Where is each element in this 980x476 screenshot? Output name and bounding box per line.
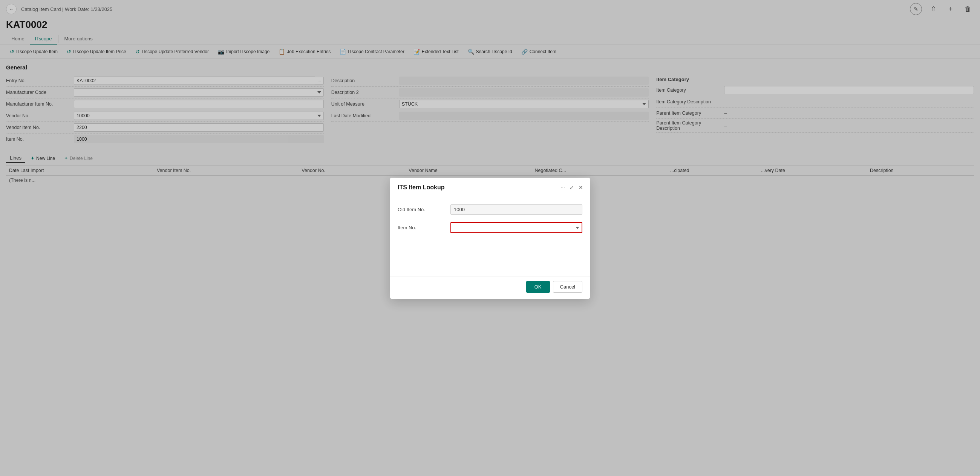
modal-overlay[interactable]: ITS Item Lookup ··· ⤢ ✕ Old Item No. Ite… <box>0 0 980 474</box>
modal-header-icons: ··· ⤢ ✕ <box>560 184 584 191</box>
modal-label-old-item-no: Old Item No. <box>398 207 450 212</box>
modal-ok-button[interactable]: OK <box>526 281 550 293</box>
modal-field-item-no: Item No. <box>398 222 582 234</box>
modal-title: ITS Item Lookup <box>398 184 560 191</box>
modal-more-icon[interactable]: ··· <box>560 184 566 191</box>
modal-expand-icon[interactable]: ⤢ <box>569 184 575 191</box>
modal-footer: OK Cancel <box>390 276 590 299</box>
modal-spacer <box>398 240 582 270</box>
modal-input-old-item-no[interactable] <box>450 204 582 215</box>
modal-cancel-button[interactable]: Cancel <box>553 281 582 293</box>
modal-input-old-item-no-wrapper <box>450 204 582 215</box>
modal-label-item-no: Item No. <box>398 225 450 230</box>
modal-its-item-lookup: ITS Item Lookup ··· ⤢ ✕ Old Item No. Ite… <box>390 178 590 299</box>
modal-field-old-item-no: Old Item No. <box>398 204 582 216</box>
modal-select-item-no[interactable] <box>450 222 582 233</box>
modal-header: ITS Item Lookup ··· ⤢ ✕ <box>390 178 590 196</box>
modal-select-item-no-wrapper <box>450 222 582 233</box>
modal-close-icon[interactable]: ✕ <box>578 184 584 191</box>
modal-body: Old Item No. Item No. <box>390 196 590 276</box>
